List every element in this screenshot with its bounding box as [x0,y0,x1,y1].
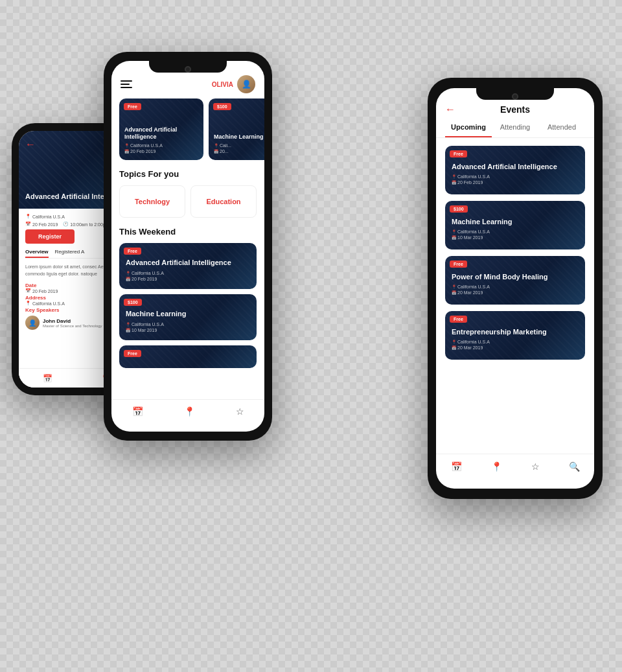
location-icon: 📍 [25,214,31,219]
right-bottom-nav: 📅 📍 ☆ 🔍 [436,454,594,478]
weekend-badge-2: Free [124,350,141,357]
featured-scroll: Free Advanced Artificial Intelligence 📍 … [111,98,264,160]
register-button[interactable]: Register [25,229,75,244]
ev-loc-icon-3: 📍 [452,340,456,344]
tab-registered[interactable]: Registered A [55,249,85,258]
card-meta-date-0: 📅 20 Feb 2019 [124,149,198,154]
weekend-date-0: 20 Feb 2019 [132,277,157,281]
events-title: Events [500,104,530,115]
event-location-2: California U.S.A [457,284,490,289]
weekend-title-0: Advanced Artificial Intelligence [126,259,250,267]
tab-attended[interactable]: Attended [538,123,585,137]
meta-location-icon-1: 📍 [214,143,218,148]
card-info-1: Machine Learning 📍 Cali... 📅 20... [214,133,264,155]
topic-technology[interactable]: Technlogy [119,185,185,218]
weekend-cards: Free Advanced Artificial Intelligence 📍 … [111,243,264,368]
event-meta-date-2: 📅 20 Mar 2019 [452,290,579,295]
weekend-title-1: Machine Learning [126,310,250,318]
user-name: OLIVIA [212,81,233,88]
card-title-1: Machine Learning [214,133,264,141]
user-avatar[interactable]: 👤 [237,75,255,93]
weekend-meta-date-1: 📅 10 Mar 2019 [126,328,250,332]
card-info-0: Advanced Artificial Intelligence 📍 Calif… [124,126,198,155]
event-meta-date-0: 📅 20 Feb 2019 [452,180,579,185]
weekend-card-1[interactable]: $100 Machine Learning 📍 California U.S.A… [119,294,257,340]
back-button[interactable]: ← [25,139,36,150]
ev-loc-icon-2: 📍 [452,284,456,289]
topic-education[interactable]: Education [190,185,257,218]
calendar-icon: 📅 [25,222,31,227]
hamburger-line-3 [121,87,132,88]
ev-cal-icon-2: 📅 [452,290,456,295]
meta-location-icon-0: 📍 [124,143,129,148]
right-phone-camera [512,93,518,100]
calendar-nav-icon[interactable]: 📅 [43,374,52,383]
ev-star-nav[interactable]: ☆ [531,461,540,472]
phone-notch [149,61,227,73]
location-nav[interactable]: 📍 [184,406,195,417]
event-badge-1: $100 [450,205,468,213]
hamburger-line-1 [121,80,132,82]
clock-icon: 🕐 [63,222,69,227]
tab-attending[interactable]: Attending [492,123,538,137]
event-date-1: 10 Mar 2019 [457,235,483,240]
card-meta-location-0: 📍 California U.S.A [124,143,198,148]
tab-upcoming[interactable]: Upcoming [445,123,492,137]
card-location-0: California U.S.A [130,143,163,148]
event-card-2[interactable]: Free Power of Mind Body Healing 📍 Califo… [445,256,585,305]
card-meta-location-1: 📍 Cali... [214,143,264,148]
weekend-card-2[interactable]: Free [119,345,257,368]
event-card-3[interactable]: Free Entrepreneurship Marketing 📍 Califo… [445,311,585,360]
hamburger-line-2 [121,84,130,85]
event-badge-3: Free [450,316,467,323]
meta-cal-icon-1: 📅 [214,149,218,154]
event-card-1[interactable]: $100 Machine Learning 📍 California U.S.A… [445,201,585,249]
phone-camera [185,66,191,73]
event-date-2: 20 Mar 2019 [457,290,483,295]
ev-loc-icon-1: 📍 [452,229,456,234]
event-badge-0: Free [450,150,467,157]
featured-card-1[interactable]: $100 Machine Learning 📍 Cali... 📅 20... [209,98,264,160]
card-title-0: Advanced Artificial Intelligence [124,126,198,141]
event-meta-date-1: 📅 10 Mar 2019 [452,235,579,240]
calendar-icon-2: 📅 [25,288,31,294]
date-meta: 📅 20 Feb 2019 [25,222,58,227]
event-date-3: 20 Mar 2019 [457,345,483,350]
speaker-name: John David [43,318,102,324]
time-meta: 🕐 10:00am to 2:00pm [63,222,109,227]
weekend-meta-loc-0: 📍 California U.S.A [126,271,250,275]
weekend-card-0[interactable]: Free Advanced Artificial Intelligence 📍 … [119,243,257,289]
event-title-0: Advanced Artificial Intelligence [452,163,579,171]
card-location-1: Cali... [220,143,231,148]
weekend-location-1: California U.S.A [132,322,164,327]
ev-location-nav[interactable]: 📍 [491,461,502,472]
location-icon-2: 📍 [25,301,31,306]
middle-phone-screen: OLIVIA 👤 Free Advanced Artificial Intell… [111,61,264,432]
event-card-0[interactable]: Free Advanced Artificial Intelligence 📍 … [445,146,585,194]
events-back-button[interactable]: ← [445,104,455,115]
star-nav[interactable]: ☆ [236,406,244,417]
calendar-nav[interactable]: 📅 [132,406,143,417]
event-location-3: California U.S.A [457,340,490,344]
right-phone-screen: ← Events Upcoming Attending Attended Fre… [436,88,594,489]
speaker-role: Master of Science and Technology [43,324,102,328]
event-location-1: California U.S.A [457,229,490,234]
event-meta-loc-0: 📍 California U.S.A [452,174,579,179]
speaker-info: John David Master of Science and Technol… [43,318,102,328]
event-title-3: Entrepreneurship Marketing [452,328,579,336]
featured-card-0[interactable]: Free Advanced Artificial Intelligence 📍 … [119,98,203,160]
weekend-section-title: This Weekend [111,227,264,237]
ev-search-nav[interactable]: 🔍 [569,461,580,472]
ev-cal-icon-0: 📅 [452,180,456,185]
ev-cal-icon-1: 📅 [452,235,456,240]
hamburger-menu[interactable] [121,80,132,88]
w-cal-icon-0: 📅 [126,277,130,281]
ev-calendar-nav[interactable]: 📅 [451,461,462,472]
weekend-meta-date-0: 📅 20 Feb 2019 [126,277,250,281]
location-meta: 📍 California U.S.A [25,214,65,219]
event-date-0: 20 Feb 2019 [457,180,483,185]
card-badge-0: Free [124,103,141,110]
speaker-avatar: 👤 [25,316,40,330]
tab-overview[interactable]: Overview [25,249,49,258]
right-phone: ← Events Upcoming Attending Attended Fre… [428,78,603,499]
